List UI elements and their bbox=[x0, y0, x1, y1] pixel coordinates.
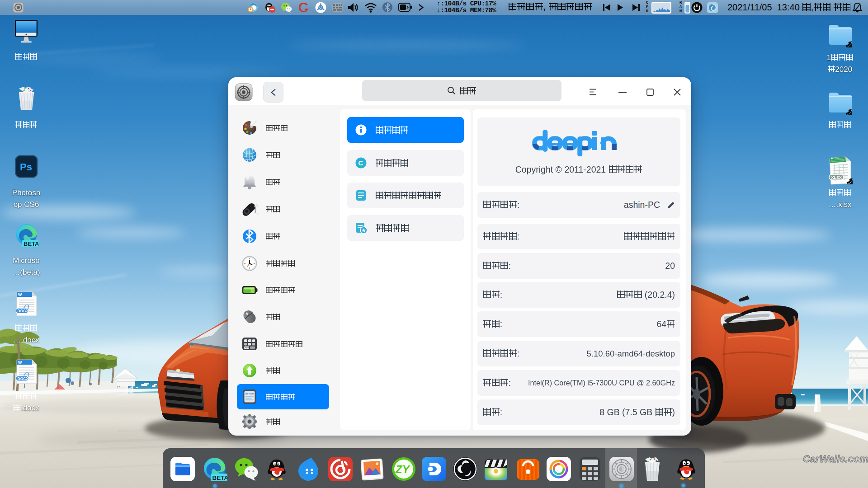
svg-text:ZY: ZY bbox=[395, 463, 410, 475]
svg-text:Shift: Shift bbox=[245, 347, 249, 349]
svg-text:W: W bbox=[18, 292, 22, 297]
svg-text:CarWalls.com: CarWalls.com bbox=[803, 453, 868, 465]
svg-text:BETA: BETA bbox=[24, 240, 38, 247]
svg-text:DOCX: DOCX bbox=[18, 309, 29, 313]
svg-text:DOCX: DOCX bbox=[18, 376, 29, 381]
svg-text:W: W bbox=[18, 360, 22, 365]
svg-text:Ps: Ps bbox=[20, 161, 32, 173]
svg-text:XLSX: XLSX bbox=[831, 175, 842, 180]
svg-text:BETA: BETA bbox=[212, 474, 228, 481]
svg-text:C: C bbox=[359, 159, 363, 167]
svg-text:deepin: deepin bbox=[245, 392, 254, 395]
